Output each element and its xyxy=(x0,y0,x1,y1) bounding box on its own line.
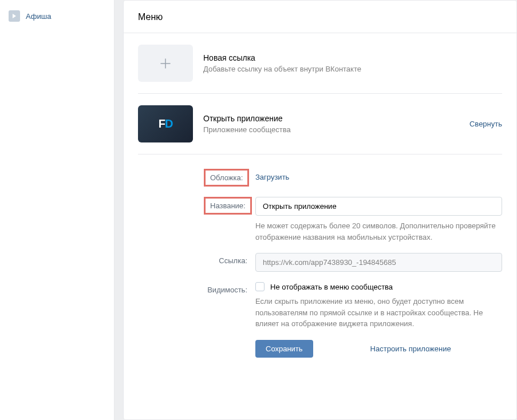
sidebar-item-afisha[interactable]: Афиша xyxy=(0,6,114,26)
app-title: Открыть приложение xyxy=(203,114,469,123)
visibility-checkbox-row[interactable]: Не отображать в меню сообщества xyxy=(255,282,502,291)
visibility-checkbox[interactable] xyxy=(255,282,265,291)
row-visibility: Видимость: Не отображать в меню сообщест… xyxy=(204,282,502,330)
sidebar-item-label: Афиша xyxy=(26,12,51,21)
new-link-text: Новая ссылка Добавьте ссылку на объект в… xyxy=(203,53,361,73)
page-header: Меню xyxy=(124,1,516,33)
upload-cover-link[interactable]: Загрузить xyxy=(255,173,289,181)
main-panel: Меню Новая ссылка Добавьте ссылку на объ… xyxy=(123,0,517,420)
plus-icon xyxy=(159,57,172,70)
new-link-title: Новая ссылка xyxy=(203,53,361,62)
save-button[interactable]: Сохранить xyxy=(255,340,313,358)
label-cover: Обложка: xyxy=(204,169,255,187)
sidebar: Афиша xyxy=(0,0,115,420)
app-form: Обложка: Загрузить Название: Не может со… xyxy=(138,169,502,358)
name-help: Не может содержать более 20 символов. До… xyxy=(255,220,502,243)
form-actions: Сохранить Настроить приложение xyxy=(204,340,502,358)
app-thumb: FD xyxy=(138,105,193,142)
visibility-checkbox-label: Не отображать в меню сообщества xyxy=(270,283,393,291)
content-area: Новая ссылка Добавьте ссылку на объект в… xyxy=(124,33,516,369)
add-link-thumb[interactable] xyxy=(138,45,193,82)
configure-app-link[interactable]: Настроить приложение xyxy=(370,344,451,353)
row-link: Ссылка: xyxy=(204,253,502,272)
app-subtitle: Приложение сообщества xyxy=(203,125,469,134)
label-name: Название: xyxy=(204,197,255,243)
collapse-link[interactable]: Свернуть xyxy=(469,120,502,128)
label-visibility: Видимость: xyxy=(204,282,255,330)
visibility-help: Если скрыть приложение из меню, оно буде… xyxy=(255,296,502,330)
new-link-block[interactable]: Новая ссылка Добавьте ссылку на объект в… xyxy=(138,45,502,94)
app-info: Открыть приложение Приложение сообщества xyxy=(203,114,469,134)
page-title: Меню xyxy=(138,12,502,22)
link-input[interactable] xyxy=(255,253,502,272)
label-link: Ссылка: xyxy=(204,253,255,272)
play-icon xyxy=(9,10,20,22)
app-logo: FD xyxy=(159,117,173,130)
row-cover: Обложка: Загрузить xyxy=(204,169,502,187)
row-name: Название: Не может содержать более 20 си… xyxy=(204,197,502,243)
new-link-subtitle: Добавьте ссылку на объект внутри ВКонтак… xyxy=(203,65,361,73)
app-block: FD Открыть приложение Приложение сообщес… xyxy=(138,105,502,154)
name-input[interactable] xyxy=(255,197,502,216)
